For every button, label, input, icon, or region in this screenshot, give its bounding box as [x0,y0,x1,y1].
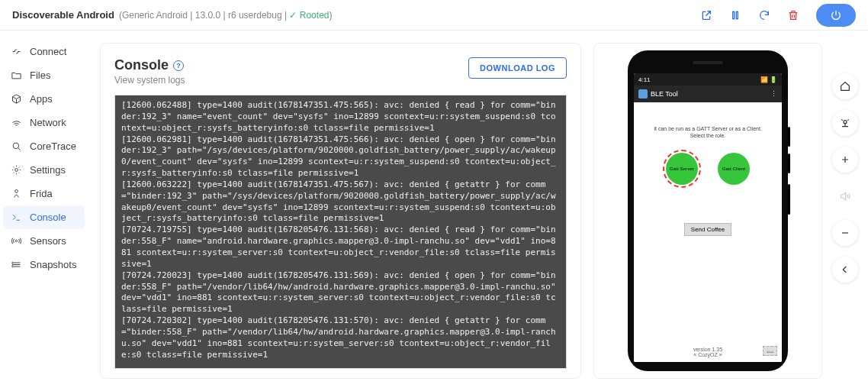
sidebar-item-frida[interactable]: Frida [0,182,88,205]
zoom-in-button[interactable] [832,147,858,173]
svg-rect-1 [736,11,738,18]
location-button[interactable] [832,110,858,136]
gatt-client-button[interactable]: Gatt Client [718,153,750,185]
svg-point-3 [15,169,18,172]
sidebar-item-snapshots[interactable]: Snapshots [0,253,88,276]
gatt-server-button[interactable]: Gatt Server [666,153,698,185]
sidebar-item-files[interactable]: Files [0,63,88,87]
svg-point-2 [13,143,19,149]
log-output[interactable]: [12600.062488] type=1400 audit(167814735… [114,95,567,369]
status-bar: 4:11 📶 🔋 [634,73,782,86]
power-button[interactable] [816,4,856,27]
sidebar-item-coretrace[interactable]: CoreTrace [0,134,88,158]
send-coffee-button[interactable]: Send Coffee [684,223,731,236]
sidebar-item-connect[interactable]: Connect [0,40,88,63]
sidebar-item-network[interactable]: Network [0,111,88,134]
status-icons: 📶 🔋 [760,76,777,83]
svg-point-4 [15,190,18,193]
app-footer: version 1.35 « CozyOZ » ▵▵▵ [634,347,782,357]
sidebar-item-console[interactable]: Console [3,205,85,229]
device-name: Discoverable Android [12,9,114,21]
sidebar-item-sensors[interactable]: Sensors [0,229,88,253]
svg-point-6 [844,121,847,124]
topbar: Discoverable Android (Generic Android | … [0,0,868,31]
device-info: Discoverable Android (Generic Android | … [12,9,332,21]
device-controls [830,43,860,379]
pause-button[interactable] [723,3,747,27]
refresh-button[interactable] [752,3,776,27]
sidebar-item-apps[interactable]: Apps [0,87,88,111]
hint-text: It can be run as a GATT Server or as a C… [654,125,762,139]
device-meta: (Generic Android | 13.0.0 | r6 userdebug… [119,10,333,21]
sidebar-item-settings[interactable]: Settings [0,158,88,182]
console-subtitle: View system logs [114,75,185,86]
menu-icon[interactable]: ⋮ [770,90,777,98]
open-external-button[interactable] [694,3,719,27]
help-icon[interactable]: ? [173,60,184,71]
sidebar: Connect Files Apps Network CoreTrace Set… [0,31,88,391]
phone-frame: 4:11 📶 🔋 BLE Tool ⋮ It can be run as a G… [628,50,788,371]
home-button[interactable] [832,73,858,99]
zoom-out-button[interactable] [832,220,858,246]
app-icon [638,89,648,99]
svg-rect-0 [733,11,735,18]
console-panel: Console ? View system logs DOWNLOAD LOG … [100,43,581,379]
app-bar: BLE Tool ⋮ [634,86,782,102]
delete-button[interactable] [781,3,805,27]
device-preview: 4:11 📶 🔋 BLE Tool ⋮ It can be run as a G… [593,43,822,379]
volume-button[interactable] [832,183,858,209]
back-button[interactable] [832,257,858,283]
download-log-button[interactable]: DOWNLOAD LOG [468,57,567,79]
svg-point-5 [15,240,18,242]
brand-badge: ▵▵▵ [763,346,777,356]
phone-screen[interactable]: 4:11 📶 🔋 BLE Tool ⋮ It can be run as a G… [634,73,782,362]
console-title: Console ? [114,57,185,73]
